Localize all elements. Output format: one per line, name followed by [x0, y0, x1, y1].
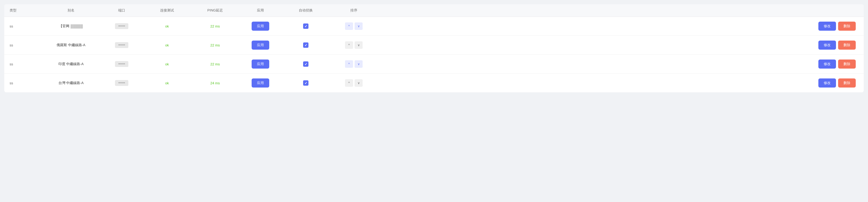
- row4-type: ss: [10, 81, 42, 85]
- col-connection: 连接测试: [143, 8, 191, 13]
- row2-type: ss: [10, 43, 42, 47]
- table-row: ss 印度 中繼線路-A •••••• ok 22 ms 应用 ^ ∨ 修改 删…: [4, 55, 864, 74]
- row3-checkbox[interactable]: [303, 61, 308, 67]
- row3-delete-button[interactable]: 删除: [838, 59, 856, 68]
- row2-checkbox[interactable]: [303, 42, 308, 48]
- row4-connection: ok: [143, 81, 191, 85]
- row3-connection: ok: [143, 62, 191, 66]
- row3-alias: 印度 中繼線路-A: [42, 62, 100, 66]
- row4-sort: ^ ∨: [330, 79, 378, 87]
- table-row: ss 【官网█████ •••••• ok 22 ms 应用 ^ ∨ 修改 删除: [4, 17, 864, 36]
- row3-port: ••••••: [100, 61, 143, 67]
- row4-ping: 24 ms: [191, 81, 239, 85]
- row3-ping: 22 ms: [191, 62, 239, 66]
- row4-alias: 台灣 中繼線路-A: [42, 81, 100, 85]
- row1-ping: 22 ms: [191, 24, 239, 28]
- row3-sort-up[interactable]: ^: [345, 60, 353, 68]
- row2-connection: ok: [143, 43, 191, 47]
- row4-port: ••••••: [100, 80, 143, 86]
- col-actions: [378, 8, 858, 13]
- row1-auto-switch[interactable]: [282, 24, 330, 29]
- row1-port: ••••••: [100, 23, 143, 29]
- row3-apply-cell: 应用: [239, 59, 282, 68]
- row3-edit-button[interactable]: 修改: [818, 59, 836, 68]
- row1-sort-down[interactable]: ∨: [354, 22, 363, 30]
- row2-sort-down[interactable]: ∨: [354, 41, 363, 49]
- col-apply: 应用: [239, 8, 282, 13]
- row1-edit-button[interactable]: 修改: [818, 22, 836, 31]
- row1-checkbox[interactable]: [303, 24, 308, 29]
- row3-actions: 修改 删除: [378, 59, 858, 68]
- col-auto-switch: 自动切换: [282, 8, 330, 13]
- col-port: 端口: [100, 8, 143, 13]
- row4-actions: 修改 删除: [378, 79, 858, 88]
- proxy-table: 类型 别名 端口 连接测试 PING延迟 应用 自动切换 排序 ss 【官网██…: [4, 4, 864, 92]
- row1-apply-cell: 应用: [239, 22, 282, 31]
- row4-auto-switch[interactable]: [282, 80, 330, 86]
- col-sort: 排序: [330, 8, 378, 13]
- table-header: 类型 别名 端口 连接测试 PING延迟 应用 自动切换 排序: [4, 4, 864, 17]
- row2-auto-switch[interactable]: [282, 42, 330, 48]
- row2-actions: 修改 删除: [378, 40, 858, 50]
- row2-sort: ^ ∨: [330, 41, 378, 49]
- col-type: 类型: [10, 8, 42, 13]
- col-ping: PING延迟: [191, 8, 239, 13]
- row3-type: ss: [10, 62, 42, 66]
- row4-sort-down[interactable]: ∨: [354, 79, 363, 87]
- row1-actions: 修改 删除: [378, 22, 858, 31]
- row1-sort: ^ ∨: [330, 22, 378, 30]
- col-alias: 别名: [42, 8, 100, 13]
- row4-delete-button[interactable]: 删除: [838, 79, 856, 88]
- row2-alias: 俄羅斯 中繼線路-A: [42, 43, 100, 48]
- row4-apply-button[interactable]: 应用: [252, 79, 269, 88]
- table-row: ss 俄羅斯 中繼線路-A •••••• ok 22 ms 应用 ^ ∨ 修改 …: [4, 36, 864, 55]
- row1-apply-button[interactable]: 应用: [252, 22, 269, 31]
- row4-apply-cell: 应用: [239, 79, 282, 88]
- row4-checkbox[interactable]: [303, 80, 308, 86]
- row1-alias: 【官网█████: [42, 24, 100, 29]
- row1-delete-button[interactable]: 删除: [838, 22, 856, 31]
- row2-sort-up[interactable]: ^: [345, 41, 353, 49]
- row1-connection: ok: [143, 24, 191, 28]
- table-row: ss 台灣 中繼線路-A •••••• ok 24 ms 应用 ^ ∨ 修改 删…: [4, 74, 864, 92]
- row2-apply-cell: 应用: [239, 40, 282, 50]
- row3-apply-button[interactable]: 应用: [252, 59, 269, 68]
- row4-sort-up[interactable]: ^: [345, 79, 353, 87]
- row3-sort: ^ ∨: [330, 60, 378, 68]
- row2-ping: 22 ms: [191, 43, 239, 47]
- row1-type: ss: [10, 24, 42, 28]
- row2-port: ••••••: [100, 42, 143, 48]
- row2-delete-button[interactable]: 删除: [838, 40, 856, 50]
- row2-edit-button[interactable]: 修改: [818, 40, 836, 50]
- row4-edit-button[interactable]: 修改: [818, 79, 836, 88]
- row3-auto-switch[interactable]: [282, 61, 330, 67]
- row2-apply-button[interactable]: 应用: [252, 40, 269, 50]
- row3-sort-down[interactable]: ∨: [354, 60, 363, 68]
- row1-sort-up[interactable]: ^: [345, 22, 353, 30]
